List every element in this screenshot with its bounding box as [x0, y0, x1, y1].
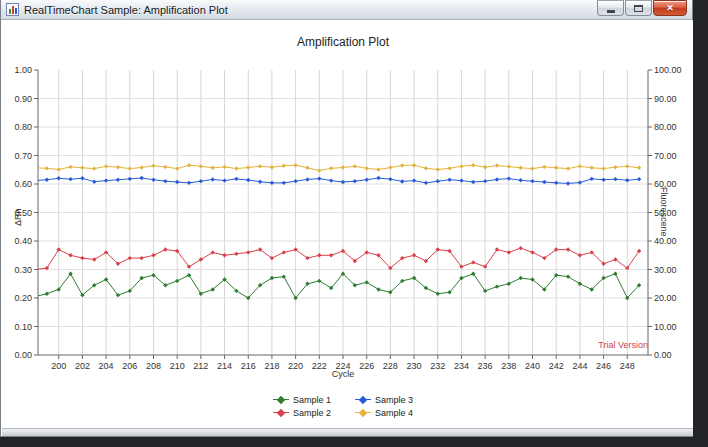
window-bottom-frame[interactable]: [2, 428, 693, 436]
amplification-chart: 0.000.100.200.300.400.500.600.700.800.90…: [2, 20, 693, 428]
app-icon: [6, 3, 19, 16]
svg-text:0.70: 0.70: [14, 151, 32, 161]
series-sample-2: [33, 246, 641, 272]
svg-text:40.00: 40.00: [654, 236, 677, 246]
svg-text:0.90: 0.90: [14, 94, 32, 104]
close-icon: ✕: [666, 4, 674, 13]
legend-grid: Sample 1Sample 2Sample 3Sample 4: [273, 393, 413, 419]
svg-text:0.40: 0.40: [14, 236, 32, 246]
svg-text:0.20: 0.20: [14, 293, 32, 303]
maximize-button[interactable]: [625, 0, 652, 16]
legend-label: Sample 2: [293, 408, 331, 418]
trial-version-watermark: Trial Version: [38, 340, 648, 350]
svg-text:70.00: 70.00: [654, 151, 677, 161]
minimize-icon: [607, 10, 615, 13]
y-axis-right-title: Fluorescene: [659, 187, 669, 237]
window-controls: ✕: [597, 0, 687, 16]
svg-text:0.30: 0.30: [14, 265, 32, 275]
svg-text:1.00: 1.00: [14, 65, 32, 75]
svg-text:20.00: 20.00: [654, 293, 677, 303]
window-titlebar[interactable]: RealTimeChart Sample: Amplification Plot…: [1, 0, 692, 20]
chart-title: Amplification Plot: [38, 35, 648, 49]
chart-client-area: 0.000.100.200.300.400.500.600.700.800.90…: [2, 20, 693, 428]
legend-marker-icon: [273, 395, 289, 404]
series-sample-1: [33, 272, 641, 301]
desktop-background: RealTimeChart Sample: Amplification Plot…: [0, 0, 708, 447]
series-sample-4: [33, 163, 641, 173]
svg-text:0.00: 0.00: [14, 350, 32, 360]
legend-label: Sample 1: [293, 395, 331, 405]
x-axis-title: Cycle: [38, 369, 648, 379]
legend-item-sample-2: Sample 2: [273, 406, 331, 419]
svg-text:0.80: 0.80: [14, 122, 32, 132]
minimize-button[interactable]: [597, 0, 624, 16]
chart-legend: Sample 1Sample 2Sample 3Sample 4: [38, 393, 648, 419]
legend-label: Sample 3: [375, 395, 413, 405]
legend-marker-icon: [355, 395, 371, 404]
svg-text:0.10: 0.10: [14, 322, 32, 332]
svg-text:80.00: 80.00: [654, 122, 677, 132]
gridlines: [38, 70, 648, 355]
maximize-icon: [634, 5, 643, 12]
legend-label: Sample 4: [375, 408, 413, 418]
legend-item-sample-4: Sample 4: [355, 406, 413, 419]
svg-text:90.00: 90.00: [654, 94, 677, 104]
svg-text:100.00: 100.00: [654, 65, 682, 75]
svg-text:10.00: 10.00: [654, 322, 677, 332]
legend-item-sample-3: Sample 3: [355, 393, 413, 406]
legend-marker-icon: [355, 408, 371, 417]
y-axis-left-title: ΔRn: [13, 208, 23, 226]
svg-text:0.00: 0.00: [654, 350, 672, 360]
close-button[interactable]: ✕: [653, 0, 687, 16]
legend-marker-icon: [273, 408, 289, 417]
svg-text:0.60: 0.60: [14, 179, 32, 189]
app-window: RealTimeChart Sample: Amplification Plot…: [0, 0, 693, 437]
svg-text:30.00: 30.00: [654, 265, 677, 275]
legend-item-sample-1: Sample 1: [273, 393, 331, 406]
window-title: RealTimeChart Sample: Amplification Plot: [24, 4, 228, 16]
